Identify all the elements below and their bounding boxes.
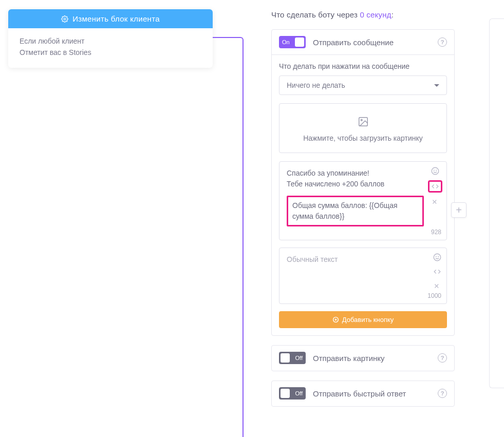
variable-icon[interactable] bbox=[432, 281, 442, 291]
svg-point-3 bbox=[432, 167, 439, 175]
quick-reply-section: Off Отправить быстрый ответ ? bbox=[271, 381, 455, 407]
msg1-variable: Общая сумма баллов: {{Общая сумма баллов… bbox=[287, 196, 424, 226]
client-block: Изменить блок клиента Если любой клиент … bbox=[8, 9, 213, 68]
send-message-body: Что делать при нажатии на сообщение Ниче… bbox=[272, 55, 454, 335]
send-message-header: On Отправить сообщение ? bbox=[272, 30, 454, 55]
msg1-line2: Тебе начислено +200 баллов bbox=[287, 179, 424, 189]
client-header-label: Изменить блок клиента bbox=[72, 14, 160, 23]
code-icon[interactable] bbox=[428, 180, 442, 193]
help-icon[interactable]: ? bbox=[438, 37, 447, 47]
on-tap-select[interactable]: Ничего не делать bbox=[279, 75, 447, 95]
svg-point-5 bbox=[436, 170, 437, 170]
quick-reply-title: Отправить быстрый ответ bbox=[313, 389, 431, 398]
client-condition-line2: Отметит вас в Stories bbox=[20, 47, 201, 58]
on-tap-value: Ничего не делать bbox=[287, 81, 345, 89]
svg-point-8 bbox=[438, 256, 439, 257]
add-button-button[interactable]: Добавить кнопку bbox=[279, 311, 447, 328]
msg1-char-count: 928 bbox=[431, 227, 441, 237]
send-image-title: Отправить картинку bbox=[313, 354, 431, 363]
on-tap-label: Что делать при нажатии на сообщение bbox=[279, 62, 447, 70]
toggle-on-label: On bbox=[282, 39, 290, 45]
msg2-tools bbox=[432, 252, 442, 291]
message-editor-1[interactable]: Спасибо за упоминание! Тебе начислено +2… bbox=[279, 161, 447, 240]
send-image-section: Off Отправить картинку ? bbox=[271, 345, 455, 371]
send-message-toggle[interactable]: On bbox=[279, 36, 306, 48]
help-icon[interactable]: ? bbox=[438, 389, 447, 398]
gear-icon bbox=[61, 15, 68, 23]
toggle-off-label: Off bbox=[295, 355, 303, 361]
toggle-knob bbox=[281, 389, 290, 398]
upload-image-box[interactable]: Нажмите, чтобы загрузить картинку bbox=[279, 103, 447, 153]
variable-icon[interactable] bbox=[430, 197, 440, 207]
svg-point-2 bbox=[361, 119, 362, 121]
emoji-icon[interactable] bbox=[432, 252, 442, 262]
message-editor-2[interactable]: Обычный текст 1000 bbox=[279, 248, 447, 304]
chevron-down-icon bbox=[434, 84, 439, 87]
flow-connector bbox=[213, 37, 244, 437]
toggle-knob bbox=[295, 37, 304, 47]
panel-title: Что сделать боту через 0 секунд: bbox=[271, 10, 455, 19]
plus-circle-icon bbox=[332, 316, 339, 323]
svg-point-4 bbox=[434, 170, 434, 170]
msg2-placeholder: Обычный текст bbox=[287, 255, 338, 263]
send-message-section: On Отправить сообщение ? Что делать при … bbox=[271, 29, 455, 336]
client-block-body[interactable]: Если любой клиент Отметит вас в Stories bbox=[8, 28, 213, 68]
msg1-tools bbox=[428, 166, 442, 207]
quick-reply-toggle[interactable]: Off bbox=[279, 387, 306, 400]
quick-reply-header: Off Отправить быстрый ответ ? bbox=[272, 381, 454, 406]
msg2-char-count: 1000 bbox=[427, 291, 441, 300]
add-button-label: Добавить кнопку bbox=[342, 316, 394, 324]
send-image-header: Off Отправить картинку ? bbox=[272, 346, 454, 371]
image-icon bbox=[357, 116, 370, 127]
toggle-knob bbox=[281, 353, 290, 363]
panel-title-prefix: Что сделать боту через bbox=[271, 10, 360, 19]
add-message-block-button[interactable]: + bbox=[451, 202, 466, 218]
toggle-off-label: Off bbox=[295, 390, 303, 396]
adjacent-card bbox=[489, 18, 504, 388]
bot-actions-panel: Что сделать боту через 0 секунд: On Отпр… bbox=[257, 0, 469, 437]
upload-hint: Нажмите, чтобы загрузить картинку bbox=[286, 134, 440, 142]
help-icon[interactable]: ? bbox=[438, 353, 447, 363]
edit-client-block-button[interactable]: Изменить блок клиента bbox=[8, 9, 213, 28]
send-image-toggle[interactable]: Off bbox=[279, 352, 306, 364]
delay-link[interactable]: 0 секунд bbox=[360, 10, 391, 19]
panel-title-suffix: : bbox=[391, 10, 394, 19]
send-message-title: Отправить сообщение bbox=[313, 38, 431, 47]
msg1-line1: Спасибо за упоминание! bbox=[287, 168, 424, 179]
svg-point-0 bbox=[64, 18, 66, 20]
client-condition-line1: Если любой клиент bbox=[20, 35, 201, 47]
emoji-icon[interactable] bbox=[430, 166, 440, 176]
code-icon[interactable] bbox=[432, 267, 442, 277]
svg-point-6 bbox=[434, 254, 441, 261]
svg-point-7 bbox=[436, 256, 436, 257]
